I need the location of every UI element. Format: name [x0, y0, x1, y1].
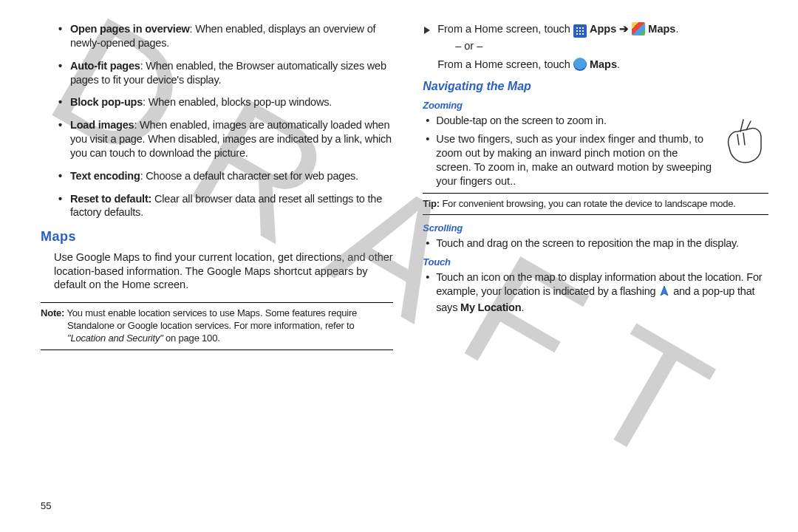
svg-rect-1 [576, 27, 578, 29]
list-item: Touch an icon on the map to display info… [436, 270, 768, 315]
right-column: From a Home screen, touch Apps ➔ Maps. –… [423, 22, 768, 358]
touch-heading: Touch [423, 256, 768, 269]
zooming-heading: Zooming [423, 100, 768, 112]
step-row: From a Home screen, touch Apps ➔ Maps. –… [423, 22, 768, 72]
navigating-heading: Navigating the Map [423, 79, 768, 95]
step-alt: From a Home screen, touch Maps. [437, 58, 678, 72]
page-content: Open pages in overview: When enabled, di… [0, 0, 798, 380]
maps-heading: Maps [41, 228, 393, 245]
svg-rect-5 [579, 30, 581, 32]
scrolling-list: Touch and drag on the screen to repositi… [423, 236, 768, 250]
my-location-label: My Location [460, 301, 521, 313]
apps-label: Apps [590, 23, 616, 35]
maps-icon [632, 22, 645, 35]
svg-marker-10 [661, 286, 668, 296]
list-item: Open pages in overview: When enabled, di… [70, 22, 393, 50]
list-item: Reset to default: Clear all browser data… [70, 192, 393, 220]
maps-intro: Use Google Maps to find your current loc… [41, 250, 393, 293]
svg-marker-0 [424, 27, 430, 34]
list-item: Load images: When enabled, images are au… [70, 118, 393, 160]
scrolling-heading: Scrolling [423, 222, 768, 235]
svg-rect-2 [579, 27, 581, 29]
tip-box: Tip: For convenient browsing, you can ro… [423, 193, 768, 216]
step-marker-icon [423, 24, 432, 38]
apps-icon [573, 24, 587, 38]
list-item: Double-tap on the screen to zoom in. [436, 114, 768, 128]
list-item: Text encoding: Choose a default characte… [70, 169, 393, 183]
zooming-block: Double-tap on the screen to zoom in. Use… [423, 114, 768, 192]
list-item: Use two fingers, such as your index fing… [436, 132, 768, 188]
page-number: 55 [41, 500, 51, 511]
or-separator: – or – [437, 39, 678, 53]
note-lead: Note: [41, 307, 64, 318]
zooming-list: Double-tap on the screen to zoom in. Use… [423, 114, 768, 188]
maps-round-icon [573, 58, 587, 71]
svg-rect-4 [576, 30, 578, 32]
arrow-right-icon: ➔ [619, 23, 629, 35]
step-text: From a Home screen, touch Apps ➔ Maps. –… [437, 22, 678, 72]
settings-bullet-list: Open pages in overview: When enabled, di… [41, 22, 393, 219]
list-item: Block pop-ups: When enabled, blocks pop-… [70, 95, 393, 109]
touch-list: Touch an icon on the map to display info… [423, 270, 768, 315]
svg-rect-7 [576, 33, 578, 35]
location-arrow-icon [658, 285, 670, 301]
list-item: Auto-fit pages: When enabled, the Browse… [70, 59, 393, 87]
note-box: Note: You must enable location services … [41, 302, 393, 350]
tip-text: For convenient browsing, you can rotate … [440, 198, 736, 209]
note-text: You must enable location services to use… [64, 307, 357, 331]
svg-rect-6 [582, 30, 584, 32]
tip-lead: Tip: [423, 198, 440, 209]
note-tail: on page 100. [163, 332, 220, 344]
note-reference: "Location and Security" [67, 332, 163, 344]
left-column: Open pages in overview: When enabled, di… [41, 22, 393, 358]
svg-rect-3 [582, 27, 584, 29]
list-item: Touch and drag on the screen to repositi… [436, 236, 768, 250]
svg-rect-9 [582, 33, 584, 35]
svg-rect-8 [579, 33, 581, 35]
maps-label: Maps [648, 23, 675, 35]
maps-label: Maps [590, 58, 617, 70]
